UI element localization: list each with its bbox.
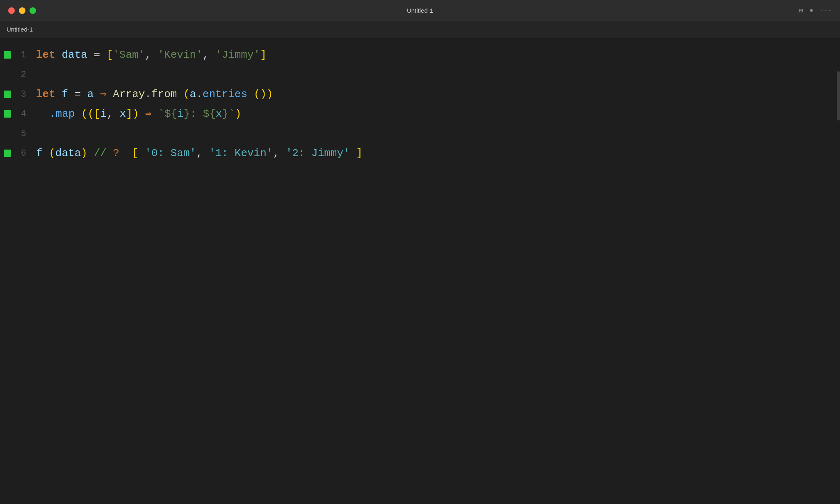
tab-bar: Untitled-1 bbox=[0, 21, 840, 39]
bracket-close-1: ] bbox=[260, 47, 267, 63]
code-content-6[interactable]: f ( data ) // ? [ '0: Sam' , '1: Kevin' … bbox=[36, 145, 363, 161]
string-kevin: 'Kevin' bbox=[158, 47, 203, 63]
paren-entries-close: ) bbox=[260, 86, 267, 102]
maximize-button[interactable] bbox=[30, 7, 36, 14]
param-a: a bbox=[87, 86, 100, 102]
backtick-open: ` bbox=[158, 106, 164, 122]
run-indicator-1[interactable] bbox=[4, 51, 11, 59]
run-indicator-4[interactable] bbox=[4, 110, 11, 118]
line-number-3: 3 bbox=[15, 89, 36, 100]
template-i: i bbox=[177, 106, 184, 122]
paren-call-open: ( bbox=[49, 145, 55, 161]
line-number-6: 6 bbox=[15, 148, 36, 159]
split-editor-icon[interactable]: ⊟ bbox=[799, 7, 803, 15]
gutter-4 bbox=[0, 110, 15, 118]
arrow-4: ⇒ bbox=[145, 106, 158, 122]
template-x: x bbox=[216, 106, 222, 122]
code-line-5: 5 bbox=[0, 124, 840, 143]
editor-area: 1 let data = [ 'Sam' , 'Kevin' , 'Jimmy'… bbox=[0, 39, 840, 504]
from-method: from bbox=[151, 86, 183, 102]
string-jimmy: 'Jimmy' bbox=[215, 47, 260, 63]
space-4 bbox=[139, 106, 146, 122]
var-data: data bbox=[62, 47, 94, 63]
code-line-2: 2 bbox=[0, 65, 840, 84]
brace-close-x: } bbox=[222, 106, 228, 122]
dollar-brace-i: ${ bbox=[164, 106, 177, 122]
paren-map-close: ) bbox=[235, 106, 242, 122]
result-bracket-open: [ bbox=[132, 145, 145, 161]
result-0-sam: '0: Sam' bbox=[145, 145, 196, 161]
window-controls[interactable] bbox=[8, 7, 36, 14]
paren-close-3: ) bbox=[267, 86, 273, 102]
run-indicator-6[interactable] bbox=[4, 150, 11, 157]
gutter-6 bbox=[0, 150, 15, 157]
array-from: Array bbox=[113, 86, 145, 102]
circle-icon[interactable]: ● bbox=[810, 7, 814, 14]
code-line-4: 4 .map ( ([ i , x ]) ⇒ ` ${ i } : ${ x }… bbox=[0, 104, 840, 124]
dot-1: . bbox=[145, 86, 151, 102]
param-i: i bbox=[100, 106, 107, 122]
string-sam: 'Sam' bbox=[113, 47, 145, 63]
result-bracket-close: ] bbox=[356, 145, 363, 161]
titlebar-actions[interactable]: ⊟ ● ··· bbox=[799, 7, 832, 15]
space-before-bracket bbox=[350, 145, 356, 161]
code-content-1[interactable]: let data = [ 'Sam' , 'Kevin' , 'Jimmy' ] bbox=[36, 47, 267, 63]
gutter-3 bbox=[0, 91, 15, 98]
paren-destruct-close: ]) bbox=[126, 106, 139, 122]
paren-open-3: ( bbox=[183, 86, 190, 102]
gutter-1 bbox=[0, 51, 15, 59]
result-2-jimmy: '2: Jimmy' bbox=[286, 145, 350, 161]
result-comma-1: , bbox=[196, 145, 209, 161]
close-button[interactable] bbox=[8, 7, 15, 14]
result-1-kevin: '1: Kevin' bbox=[209, 145, 273, 161]
keyword-let-1: let bbox=[36, 47, 62, 63]
dot-2: . bbox=[196, 86, 203, 102]
call-data: data bbox=[55, 145, 81, 161]
editor-scrollbar[interactable] bbox=[837, 71, 840, 120]
run-indicator-3[interactable] bbox=[4, 91, 11, 98]
map-method: .map bbox=[49, 106, 81, 122]
minimize-button[interactable] bbox=[19, 7, 25, 14]
entries-method: entries bbox=[203, 86, 254, 102]
paren-entries-open: ( bbox=[254, 86, 260, 102]
comment-slashes: // bbox=[94, 145, 113, 161]
comma-1: , bbox=[145, 47, 158, 63]
more-options-icon[interactable]: ··· bbox=[820, 7, 832, 14]
question-mark: ? bbox=[113, 145, 126, 161]
comma-destruct: , bbox=[107, 106, 119, 122]
brace-close-i: } bbox=[184, 106, 190, 122]
var-f: f bbox=[62, 86, 74, 102]
result-comma-2: , bbox=[273, 145, 285, 161]
equals-3: = bbox=[75, 86, 87, 102]
param-a-2: a bbox=[190, 86, 196, 102]
code-line-1: 1 let data = [ 'Sam' , 'Kevin' , 'Jimmy'… bbox=[0, 45, 840, 65]
arrow-3: ⇒ bbox=[100, 86, 113, 102]
line-number-5: 5 bbox=[15, 129, 36, 139]
code-line-6: 6 f ( data ) // ? [ '0: Sam' , '1: Kevin… bbox=[0, 143, 840, 163]
tab-untitled[interactable]: Untitled-1 bbox=[7, 23, 33, 37]
paren-destruct-open: ([ bbox=[88, 106, 100, 122]
titlebar: Untitled-1 ⊟ ● ··· bbox=[0, 0, 840, 21]
keyword-let-3: let bbox=[36, 86, 62, 102]
space-result bbox=[126, 145, 132, 161]
window-title: Untitled-1 bbox=[407, 7, 433, 14]
comma-2: , bbox=[203, 47, 215, 63]
paren-map-open: ( bbox=[81, 106, 88, 122]
backtick-close: ` bbox=[228, 106, 235, 122]
line-number-2: 2 bbox=[15, 70, 36, 80]
code-line-3: 3 let f = a ⇒ Array . from ( a . entries… bbox=[0, 84, 840, 104]
param-x: x bbox=[120, 106, 126, 122]
code-content-3[interactable]: let f = a ⇒ Array . from ( a . entries (… bbox=[36, 86, 273, 102]
call-f: f bbox=[36, 145, 49, 161]
line-number-1: 1 bbox=[15, 50, 36, 60]
colon-space: : bbox=[190, 106, 203, 122]
space-comment bbox=[87, 145, 94, 161]
equals-1: = bbox=[94, 47, 106, 63]
dollar-brace-x: ${ bbox=[203, 106, 216, 122]
bracket-open-1: [ bbox=[107, 47, 113, 63]
paren-call-close: ) bbox=[81, 145, 87, 161]
line-number-4: 4 bbox=[15, 109, 36, 119]
code-content-4[interactable]: .map ( ([ i , x ]) ⇒ ` ${ i } : ${ x } `… bbox=[36, 106, 241, 122]
